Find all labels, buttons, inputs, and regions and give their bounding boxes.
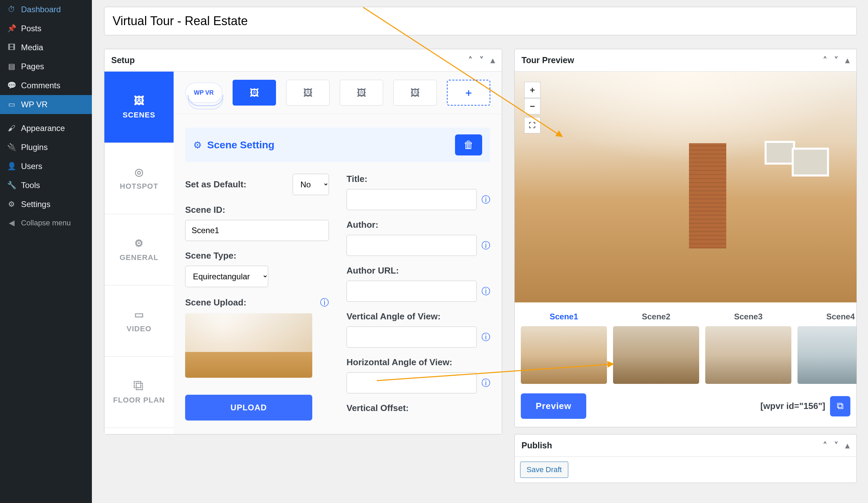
- info-icon[interactable]: ⓘ: [482, 377, 490, 389]
- scene-tab-1[interactable]: 🖼: [232, 80, 276, 105]
- target-icon: ◎: [135, 166, 144, 178]
- move-up-icon[interactable]: ˄: [823, 55, 827, 65]
- nav-dashboard[interactable]: ⏱Dashboard: [0, 0, 92, 19]
- setup-box: Setup ˄ ˅ ▴ 🖼SCENES ◎HOTSPOT ⚙GENERAL ▭V: [104, 49, 502, 434]
- scene-upload-thumbnail[interactable]: [185, 313, 312, 378]
- scene-thumb-3[interactable]: Scene3: [705, 312, 792, 384]
- vaov-label: Vertical Angle of View:: [347, 311, 490, 322]
- nav-users[interactable]: 👤Users: [0, 157, 92, 176]
- title-input[interactable]: [347, 189, 477, 210]
- scene-tab-3[interactable]: 🖼: [340, 80, 383, 105]
- vr-icon: ▭: [7, 100, 16, 109]
- brush-icon: 🖌: [7, 124, 16, 133]
- move-up-icon[interactable]: ˄: [468, 55, 473, 65]
- tab-hotspot[interactable]: ◎HOTSPOT: [104, 143, 174, 214]
- author-url-input[interactable]: [347, 281, 477, 302]
- panorama-viewport[interactable]: + − ⛶: [515, 72, 857, 302]
- info-icon[interactable]: ⓘ: [482, 240, 490, 252]
- nav-posts[interactable]: 📌Posts: [0, 19, 92, 38]
- tab-general[interactable]: ⚙GENERAL: [104, 214, 174, 285]
- haov-label: Horizontal Angle of View:: [347, 357, 490, 368]
- info-icon[interactable]: ⓘ: [482, 194, 490, 206]
- map-icon: ⿻: [134, 380, 144, 392]
- tab-scenes[interactable]: 🖼SCENES: [104, 72, 174, 143]
- nav-tools[interactable]: 🔧Tools: [0, 176, 92, 195]
- collapse-icon: ◀: [7, 219, 16, 228]
- comments-icon: 💬: [7, 81, 16, 90]
- delete-scene-button[interactable]: 🗑: [455, 134, 482, 155]
- info-icon[interactable]: ⓘ: [320, 296, 329, 309]
- scene-tab-2[interactable]: 🖼: [286, 80, 330, 105]
- scene-type-label: Scene Type:: [185, 251, 329, 261]
- scene-thumb-1[interactable]: Scene1: [521, 312, 607, 384]
- tour-preview-title: Tour Preview: [521, 55, 823, 65]
- scene-tab-4[interactable]: 🖼: [393, 80, 437, 105]
- toggle-panel-icon[interactable]: ▴: [845, 55, 850, 65]
- scene-thumb-2[interactable]: Scene2: [613, 312, 699, 384]
- set-default-select[interactable]: No: [293, 174, 329, 195]
- scene-thumb-4[interactable]: Scene4: [797, 312, 857, 384]
- preview-button[interactable]: Preview: [521, 393, 586, 419]
- set-default-label: Set as Default:: [185, 179, 247, 190]
- add-scene-button[interactable]: ＋: [447, 80, 490, 105]
- scene-upload-label: Scene Upload:: [185, 297, 247, 308]
- scene-thumbnail-strip: Scene1 Scene2 Scene3 Scene4: [515, 302, 857, 393]
- nav-settings[interactable]: ⚙Settings: [0, 195, 92, 214]
- scene-setting-title: Scene Setting: [207, 139, 450, 151]
- publish-box: Publish ˄ ˅ ▴ Save Draft: [514, 434, 857, 483]
- sliders-icon: ⚙: [7, 200, 16, 209]
- setup-sidebar: 🖼SCENES ◎HOTSPOT ⚙GENERAL ▭VIDEO ⿻FLOOR …: [104, 72, 174, 434]
- dashboard-icon: ⏱: [7, 5, 16, 14]
- scene-id-label: Scene ID:: [185, 205, 329, 215]
- scene-type-select[interactable]: Equirectangular: [185, 266, 268, 287]
- pin-icon: 📌: [7, 24, 16, 33]
- nav-appearance[interactable]: 🖌Appearance: [0, 119, 92, 138]
- zoom-out-button[interactable]: −: [524, 98, 540, 114]
- info-icon[interactable]: ⓘ: [482, 331, 490, 343]
- voffset-label: Vertical Offset:: [347, 403, 490, 413]
- gear-icon: ⚙: [193, 140, 202, 151]
- author-url-label: Author URL:: [347, 265, 490, 276]
- vaov-input[interactable]: [347, 326, 477, 348]
- author-input[interactable]: [347, 235, 477, 256]
- image-icon: 🖼: [134, 95, 144, 107]
- nav-pages[interactable]: ▤Pages: [0, 57, 92, 76]
- plug-icon: 🔌: [7, 143, 16, 152]
- tab-floorplan[interactable]: ⿻FLOOR PLAN: [104, 357, 174, 428]
- collapse-menu[interactable]: ◀Collapse menu: [0, 214, 92, 232]
- post-title-input[interactable]: [104, 7, 857, 35]
- toggle-panel-icon[interactable]: ▴: [845, 441, 850, 450]
- nav-plugins[interactable]: 🔌Plugins: [0, 138, 92, 157]
- move-up-icon[interactable]: ˄: [823, 441, 827, 450]
- publish-title: Publish: [521, 441, 823, 450]
- wpvr-logo: WP VR: [185, 82, 223, 103]
- tab-video[interactable]: ▭VIDEO: [104, 285, 174, 357]
- user-icon: 👤: [7, 162, 16, 171]
- pages-icon: ▤: [7, 62, 16, 71]
- save-draft-button[interactable]: Save Draft: [520, 462, 568, 478]
- copy-shortcode-button[interactable]: ⧉: [830, 396, 850, 416]
- tour-preview-box: Tour Preview ˄ ˅ ▴ + −: [514, 49, 857, 427]
- move-down-icon[interactable]: ˅: [479, 55, 484, 65]
- shortcode-text: [wpvr id="156"]: [760, 401, 825, 411]
- nav-media[interactable]: 🎞Media: [0, 38, 92, 57]
- gear-icon: ⚙: [134, 237, 144, 249]
- nav-wpvr[interactable]: ▭WP VR: [0, 95, 92, 114]
- upload-button[interactable]: UPLOAD: [185, 395, 312, 421]
- nav-comments[interactable]: 💬Comments: [0, 76, 92, 95]
- scene-id-input[interactable]: [185, 220, 329, 241]
- setup-title: Setup: [111, 55, 468, 65]
- admin-sidebar: ⏱Dashboard 📌Posts 🎞Media ▤Pages 💬Comment…: [0, 0, 92, 503]
- move-down-icon[interactable]: ˅: [834, 441, 838, 450]
- info-icon[interactable]: ⓘ: [482, 285, 490, 297]
- author-label: Author:: [347, 220, 490, 230]
- move-down-icon[interactable]: ˅: [834, 55, 838, 65]
- wrench-icon: 🔧: [7, 181, 16, 190]
- zoom-in-button[interactable]: +: [524, 82, 540, 98]
- title-label: Title:: [347, 174, 490, 184]
- toggle-panel-icon[interactable]: ▴: [490, 55, 495, 65]
- fullscreen-button[interactable]: ⛶: [524, 117, 540, 133]
- video-icon: ▭: [134, 309, 144, 320]
- media-icon: 🎞: [7, 43, 16, 52]
